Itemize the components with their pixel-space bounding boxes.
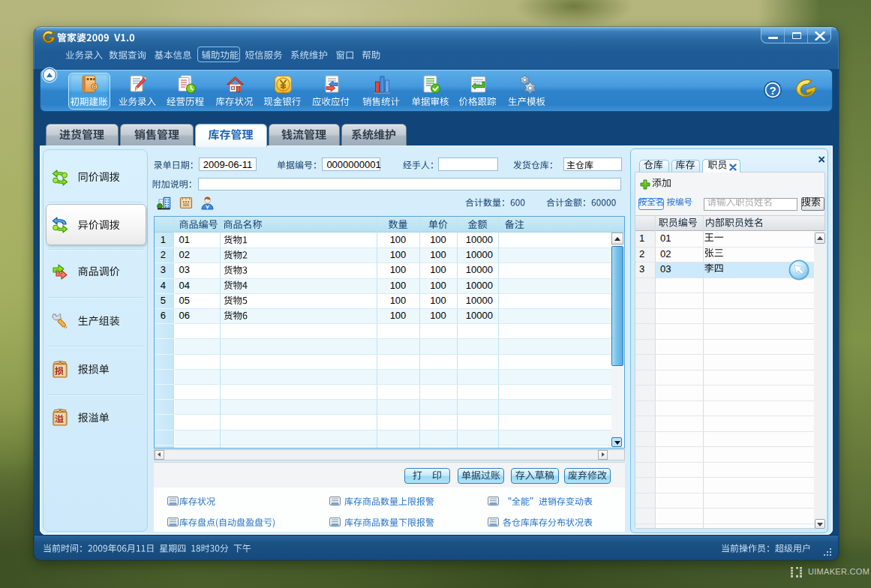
svg-text:?: ?	[769, 84, 776, 97]
